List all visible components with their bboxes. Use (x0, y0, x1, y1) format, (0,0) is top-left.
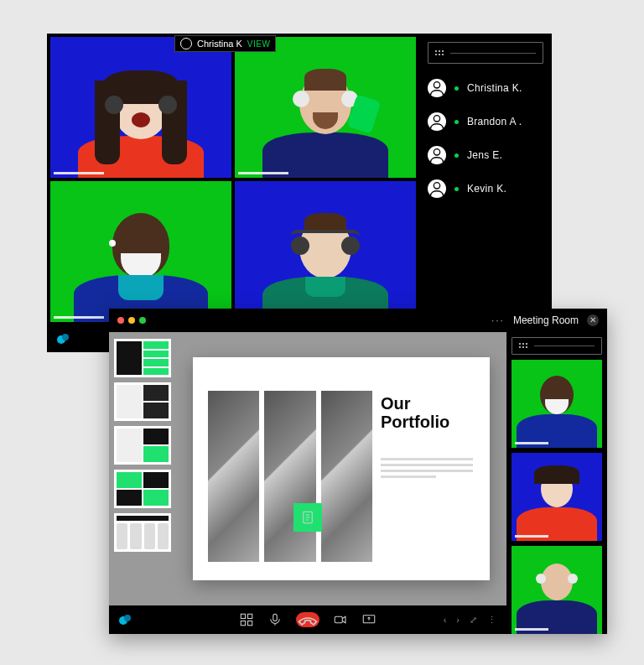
camera-icon[interactable] (333, 612, 348, 627)
svg-rect-9 (248, 621, 252, 626)
participant-name: Kevin K. (467, 183, 506, 195)
overlay-name: Christina K (197, 39, 242, 49)
video-tile[interactable] (512, 453, 602, 541)
slide-images (208, 391, 372, 562)
more-icon[interactable]: ⋮ (487, 615, 496, 626)
svg-point-2 (434, 116, 439, 122)
name-overlay-pill[interactable]: Christina K VIEW (174, 35, 276, 52)
slide-thumb[interactable] (114, 513, 171, 552)
grid-icon[interactable] (239, 612, 254, 627)
participant-row[interactable]: Jens E. (428, 146, 543, 164)
current-slide: Our Portfolio (193, 357, 490, 580)
participant-row[interactable]: Brandon A . (428, 112, 543, 131)
titlebar[interactable]: ··· Meeting Room ✕ (109, 309, 607, 332)
participant-row[interactable]: Kevin K. (428, 179, 543, 198)
more-icon[interactable]: ··· (491, 314, 505, 326)
video-tile[interactable] (50, 181, 231, 322)
slide-thumb[interactable] (114, 426, 171, 465)
slide-thumb[interactable] (114, 382, 171, 421)
svg-rect-8 (241, 621, 245, 626)
status-dot (454, 153, 459, 158)
status-dot (454, 120, 459, 124)
nav-prev-icon[interactable]: ‹ (444, 615, 447, 625)
tile-bar (238, 172, 288, 174)
view-button[interactable]: VIEW (247, 39, 271, 49)
video-grid (47, 34, 419, 352)
avatar-icon (428, 146, 446, 164)
traffic-lights[interactable] (117, 317, 146, 324)
screenshare-window: ··· Meeting Room ✕ Our Portfolio (109, 309, 607, 634)
svg-point-1 (434, 82, 439, 88)
video-tile[interactable] (512, 546, 602, 634)
nav-next-icon[interactable]: › (456, 615, 460, 625)
participant-list: Christina K. Brandon A . Jens E. Kevin K… (428, 75, 543, 198)
participants-icon[interactable] (57, 334, 69, 344)
svg-rect-6 (241, 614, 245, 618)
slide-title: Our Portfolio (381, 394, 473, 431)
video-tile[interactable] (235, 181, 416, 322)
share-body: Our Portfolio (109, 332, 506, 605)
video-tile[interactable] (50, 37, 231, 178)
video-tile[interactable] (512, 360, 602, 448)
participant-name: Brandon A . (467, 116, 522, 127)
slide-text-lines (381, 458, 473, 478)
participants-panel: Christina K. Brandon A . Jens E. Kevin K… (419, 34, 552, 352)
avatar-icon (428, 112, 446, 131)
window-title: Meeting Room (513, 314, 579, 326)
avatar-icon (180, 38, 192, 49)
svg-point-0 (184, 40, 188, 44)
participant-row[interactable]: Christina K. (428, 79, 543, 97)
tile-bar (54, 316, 104, 319)
hangup-button[interactable] (296, 612, 319, 627)
svg-rect-11 (335, 616, 342, 623)
mic-icon[interactable] (267, 612, 283, 627)
status-dot (454, 187, 459, 191)
svg-rect-7 (248, 614, 252, 618)
share-icon[interactable] (361, 612, 377, 627)
call-controls: ‹ › ⤢ ⋮ (109, 605, 506, 634)
avatar-icon (428, 79, 446, 97)
video-sidebar (506, 332, 607, 634)
drag-handle[interactable] (512, 337, 602, 355)
svg-rect-10 (273, 614, 278, 621)
avatar-icon (428, 179, 446, 198)
slide-thumb[interactable] (114, 339, 171, 377)
participant-name: Christina K. (467, 82, 522, 94)
expand-icon[interactable]: ⤢ (470, 615, 477, 626)
slide-thumbnails (109, 332, 176, 605)
slide-thumb[interactable] (114, 470, 171, 508)
close-icon[interactable]: ✕ (587, 314, 599, 326)
video-tile[interactable] (235, 37, 416, 178)
drag-handle[interactable] (428, 42, 543, 64)
status-dot (454, 86, 459, 91)
svg-point-4 (434, 183, 439, 189)
participant-name: Jens E. (467, 149, 502, 161)
tile-bar (54, 172, 104, 174)
participants-icon[interactable] (119, 615, 131, 625)
video-grid-window: Christina K VIEW Christina K. Brandon A … (47, 34, 552, 352)
slide-badge-icon (293, 503, 322, 532)
svg-point-3 (434, 149, 439, 155)
